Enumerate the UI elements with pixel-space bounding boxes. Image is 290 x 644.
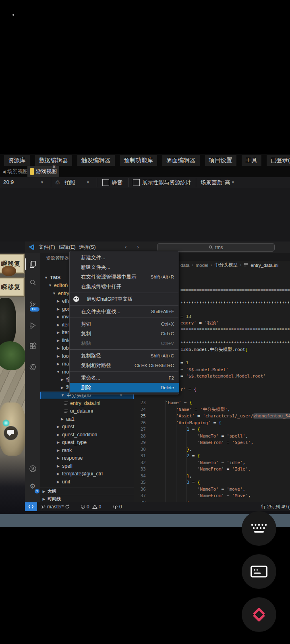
teleport-button-2[interactable]: 瞬移复 xyxy=(0,277,25,297)
quality-chevron-icon[interactable]: ▼ xyxy=(231,180,235,184)
mute-checkbox[interactable] xyxy=(102,179,109,186)
tree-item-entry_data.ini[interactable]: entry_data.iniM xyxy=(40,399,134,407)
remote-indicator[interactable] xyxy=(25,502,37,511)
tree-item-unit[interactable]: ▶unit xyxy=(40,478,134,486)
outline-section[interactable]: ▶ 大纲 xyxy=(40,487,134,495)
breadcrumb-separator-icon: › xyxy=(211,263,212,267)
context-menu-item-17[interactable]: 删除Delete xyxy=(70,383,179,392)
line-number: 27 xyxy=(134,426,146,433)
run-debug-icon[interactable] xyxy=(25,317,40,333)
topbar-button-2[interactable]: 触发编辑器 xyxy=(77,155,115,166)
code-fragment-row-12: = 1 xyxy=(180,360,188,367)
login-status-button[interactable]: 已登录(好像安静地写代码-1082 xyxy=(267,155,290,166)
aspect-ratio-select[interactable]: 20:9 xyxy=(3,179,14,185)
rock-decoration xyxy=(0,298,16,346)
context-menu-item-7[interactable]: 在文件夹中查找...Shift+Alt+F xyxy=(70,307,179,316)
tree-item-template@gui_ctrl[interactable]: ▶template@gui_ctrl xyxy=(40,470,134,478)
context-menu-item-5[interactable]: 启动ChatGPT中文版 xyxy=(70,294,179,304)
photo-chevron-icon[interactable]: ▼ xyxy=(86,180,90,184)
game-scene: 瞬移复 瞬移复 xyxy=(0,242,25,514)
context-menu-item-2[interactable]: 在文件资源管理器中显示Shift+Alt+R xyxy=(70,272,179,282)
context-menu-item-9[interactable]: 剪切Ctrl+X xyxy=(70,319,179,329)
show-keyboard-button[interactable] xyxy=(242,511,276,546)
tree-item-spell[interactable]: ▶spell xyxy=(40,462,134,470)
tree-item-quest_type[interactable]: ▶quest_type xyxy=(40,439,134,447)
topbar-button-3[interactable]: 预制功能库 xyxy=(120,155,157,166)
search-sidebar-icon[interactable] xyxy=(25,275,40,291)
menu-item-label: 新建文件夹... xyxy=(81,264,110,271)
tree-item-aa1[interactable]: ▶aa1 xyxy=(40,415,134,423)
tree-item-label: quest_condition xyxy=(62,432,97,438)
collapse-controls-button[interactable] xyxy=(242,597,276,632)
code-fragment-row-9: ****************************************… xyxy=(180,340,290,347)
screen: 资源库数据编辑器触发编辑器预制功能库界面编辑器项目设置工具已登录(好像安静地写代… xyxy=(0,0,290,644)
ports-status[interactable]: 0 xyxy=(113,502,122,511)
code-line-35: 35 3 = { xyxy=(134,479,290,486)
topbar-button-0[interactable]: 资源库 xyxy=(4,155,30,166)
chatgpt-extension-icon[interactable] xyxy=(25,359,40,375)
breadcrumb-segment-1[interactable]: model xyxy=(196,263,208,268)
settings-gear-icon[interactable]: ⚙ 1 xyxy=(25,478,40,494)
code-line-25: 25 'Asset' = 'characters1/_user/zhongfen… xyxy=(134,413,290,420)
chat-bubble-button[interactable] xyxy=(4,426,18,440)
timeline-section[interactable]: ▶ 时间线 xyxy=(40,495,134,502)
git-branch-status[interactable]: master* xyxy=(41,502,70,511)
account-icon[interactable] xyxy=(25,460,40,477)
quality-value[interactable]: 高 xyxy=(225,179,230,186)
context-menu-item-3[interactable]: 在集成终端中打开 xyxy=(70,282,179,291)
tab-scene-view[interactable]: ◀ 场景视图 xyxy=(0,166,31,177)
tree-item-label: entry_data.ini xyxy=(70,400,100,406)
source-control-icon[interactable]: 1K+ xyxy=(25,296,40,312)
topbar-button-4[interactable]: 界面编辑器 xyxy=(162,155,200,166)
context-menu-item-14[interactable]: 复制相对路径Ctrl+K Ctrl+Shift+C xyxy=(70,361,179,370)
vscode-logo xyxy=(29,244,35,252)
extensions-icon[interactable] xyxy=(25,338,40,354)
status-bar: master* 0 0 0 行 25, 列 49 (已 xyxy=(25,502,290,511)
close-tab-icon[interactable]: × xyxy=(52,164,56,169)
tree-item-label: quest_type xyxy=(62,440,87,445)
sync-icon xyxy=(65,504,70,509)
topbar-button-5[interactable]: 项目设置 xyxy=(205,155,236,166)
tree-item-ui_data.ini[interactable]: ui_data.ini xyxy=(40,407,134,415)
tree-item-response[interactable]: ▶response xyxy=(40,454,134,462)
breadcrumb-segment-2[interactable]: 中分头模型 xyxy=(214,262,238,268)
menu-file[interactable]: 文件(F) xyxy=(39,242,55,253)
breadcrumb-segment-0[interactable]: data xyxy=(180,263,189,268)
context-menu-item-13[interactable]: 复制路径Shift+Alt+C xyxy=(70,351,179,361)
code-line-29: 29 'NameFrom' = 'Spell', xyxy=(134,440,290,446)
perf-stats-checkbox[interactable] xyxy=(133,179,140,186)
topbar-button-6[interactable]: 工具 xyxy=(242,155,261,166)
breadcrumb-segment-3[interactable]: entry_data.ini xyxy=(251,263,278,268)
breadcrumb[interactable]: data›model›中分头模型›entry_data.ini xyxy=(180,261,278,269)
photo-button[interactable]: 拍照 xyxy=(64,179,75,186)
line-number: 29 xyxy=(134,440,146,446)
camera-icon: ⎙ xyxy=(56,180,60,185)
menu-item-label: 删除 xyxy=(81,384,91,391)
context-menu-item-1[interactable]: 新建文件夹... xyxy=(70,262,179,272)
explorer-icon[interactable] xyxy=(25,256,40,272)
robot-glow xyxy=(2,419,10,427)
cursor-position[interactable]: 行 25, 列 49 (已 xyxy=(261,502,290,511)
tree-item-label: quest xyxy=(62,424,75,429)
tree-item-rank[interactable]: ▶rank xyxy=(40,446,134,454)
menu-item-shortcut: Ctrl+X xyxy=(161,322,174,326)
line-number: 30 xyxy=(134,446,146,453)
context-menu-item-0[interactable]: 新建文件... xyxy=(70,253,179,262)
code-line-37: 37 'NameFrom' = 'Move', xyxy=(134,493,290,500)
quality-label: 场景画质: xyxy=(201,179,224,186)
tree-item-quest_condition[interactable]: ▶quest_condition xyxy=(40,431,134,439)
context-menu-item-16[interactable]: 重命名...F2 xyxy=(70,373,179,383)
command-center-search[interactable]: tms xyxy=(157,243,275,252)
tree-item-label: TMS xyxy=(50,275,60,281)
problems-status[interactable]: 0 0 xyxy=(81,502,101,511)
perf-stats-label: 展示性能与资源统计 xyxy=(142,179,191,186)
line-number: 36 xyxy=(134,486,146,493)
aspect-chevron-icon[interactable]: ▼ xyxy=(40,180,44,184)
context-menu-item-10[interactable]: 复制Ctrl+C xyxy=(70,329,179,339)
menu-item-label: 复制路径 xyxy=(81,353,101,359)
menu-item-label: 在文件资源管理器中显示 xyxy=(81,274,137,281)
menu-separator xyxy=(70,318,178,318)
line-number: 37 xyxy=(134,493,146,500)
tree-item-quest[interactable]: ▶quest xyxy=(40,423,134,431)
input-panel-button[interactable] xyxy=(242,554,276,589)
